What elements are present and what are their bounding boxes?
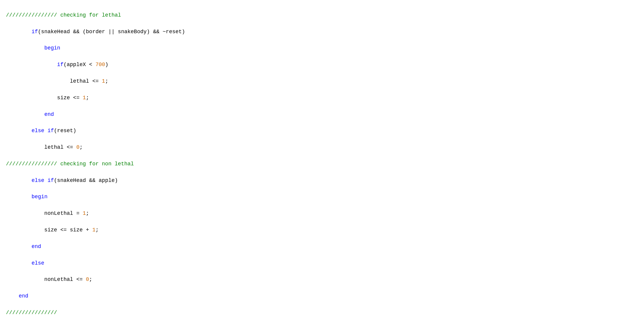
comment2: //////////////// checking for non lethal [6,161,134,167]
code-line: //////////////// [6,309,638,317]
code-line: size <= 1; [6,94,638,102]
number-1c: 1 [83,210,86,216]
number-1d: 1 [92,227,96,233]
code-line: else if(reset) [6,127,638,135]
keyword-else1: else [31,260,44,266]
code-line: if(appleX < 700) [6,61,638,69]
keyword-if: if [31,29,38,35]
keyword-end3: end [19,293,28,299]
code-line: end [6,292,638,300]
keyword-else-if1: else if [31,128,54,134]
code-editor: //////////////// checking for lethal if(… [6,3,638,320]
code-line: nonLethal = 1; [6,209,638,218]
code-line: else if(snakeHead && apple) [6,177,638,185]
code-line: //////////////// checking for non lethal [6,160,638,168]
number-0b: 0 [86,276,89,282]
number-1a: 1 [102,78,105,84]
code-line: nonLethal <= 0; [6,276,638,284]
comment: //////////////// checking for lethal [6,12,121,18]
keyword-if2: if [57,62,64,68]
keyword-end2: end [31,244,41,249]
keyword-else-if2: else if [31,177,54,183]
comment3: //////////////// [6,310,57,316]
number-1b: 1 [83,95,86,101]
code-line: end [6,243,638,251]
keyword-begin2: begin [31,194,47,200]
code-line: size <= size + 1; [6,226,638,234]
code-line: begin [6,193,638,201]
keyword-end1: end [44,111,54,117]
code-line: else [6,259,638,268]
keyword-begin: begin [44,45,60,51]
code-line: begin [6,44,638,52]
number-0a: 0 [76,144,80,150]
code-line: end [6,111,638,119]
code-line: lethal <= 0; [6,143,638,152]
code-line: if(snakeHead && (border || snakeBody) &&… [6,28,638,36]
code-line: lethal <= 1; [6,77,638,86]
code-line: //////////////// checking for lethal [6,11,638,20]
number-700: 700 [95,62,105,68]
